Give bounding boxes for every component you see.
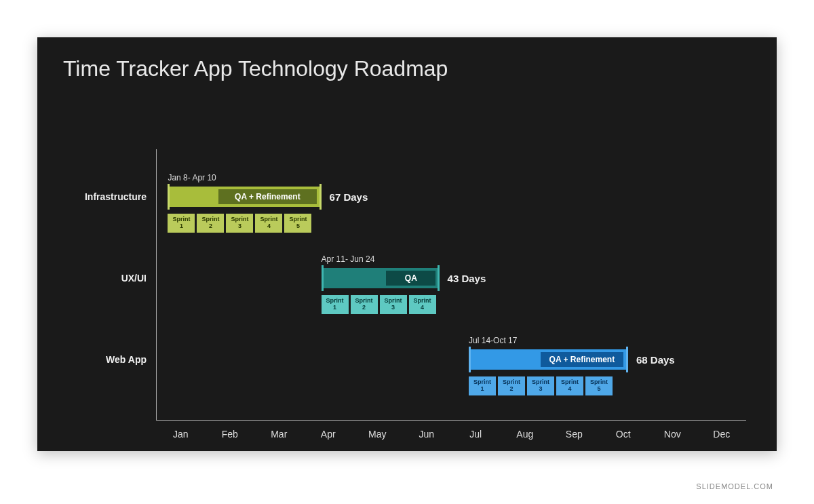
month-tick: Nov [664,429,681,440]
month-tick: Oct [616,429,631,440]
sprint-chip: Sprint4 [556,376,583,395]
sprint-row: Sprint1Sprint2Sprint3Sprint4Sprint5 [469,376,613,395]
slide-frame: Time Tracker App Technology Roadmap JanF… [37,37,777,451]
date-range-label: Jul 14-Oct 17 [469,336,517,345]
qa-segment: QA + Refinement [541,352,623,367]
sprint-chip: Sprint1 [168,214,195,233]
sprint-chip: Sprint5 [284,214,311,233]
month-tick: Jun [419,429,434,440]
sprint-chip: Sprint3 [527,376,554,395]
sprint-chip: Sprint4 [409,295,436,314]
sprint-row: Sprint1Sprint2Sprint3Sprint4Sprint5 [168,214,311,233]
month-tick: Dec [713,429,730,440]
qa-segment: QA + Refinement [218,189,317,204]
watermark: SLIDEMODEL.COM [696,482,773,490]
gantt-bar: Jan 8- Apr 10QA + Refinement67 DaysSprin… [168,187,321,207]
month-tick: May [368,429,386,440]
sprint-chip: Sprint3 [226,214,253,233]
sprint-chip: Sprint1 [322,295,349,314]
x-axis-line [156,420,746,421]
row-label: Infrastructure [85,191,156,202]
sprint-row: Sprint1Sprint2Sprint3Sprint4 [322,295,436,314]
row-label: Web App [106,354,156,365]
duration-label: 67 Days [330,191,368,203]
sprint-chip: Sprint2 [351,295,378,314]
month-tick: Jan [173,429,189,440]
phase-bar: QA + Refinement68 Days [469,349,628,370]
month-tick: Sep [566,429,583,440]
sprint-chip: Sprint2 [498,376,525,395]
sprint-chip: Sprint2 [197,214,224,233]
date-range-label: Apr 11- Jun 24 [322,254,375,264]
month-tick: Apr [321,429,336,440]
sprint-chip: Sprint4 [255,214,282,233]
date-range-label: Jan 8- Apr 10 [168,173,216,182]
month-tick: Mar [271,429,287,440]
month-tick: Feb [222,429,238,440]
slide-title: Time Tracker App Technology Roadmap [37,37,777,81]
gantt-chart: JanFebMarAprMayJunJulAugSepOctNovDecInfr… [156,149,746,421]
sprint-chip: Sprint1 [469,376,496,395]
month-tick: Aug [516,429,533,440]
row-label: UX/UI [121,273,156,284]
duration-label: 43 Days [448,273,486,284]
sprint-chip: Sprint5 [585,376,613,395]
y-axis-line [156,149,157,421]
qa-segment: QA [386,271,435,286]
phase-bar: QA43 Days [322,268,440,288]
sprint-chip: Sprint3 [380,295,407,314]
month-tick: Jul [469,429,482,440]
gantt-bar: Jul 14-Oct 17QA + Refinement68 DaysSprin… [469,349,628,370]
duration-label: 68 Days [636,354,675,366]
phase-bar: QA + Refinement67 Days [168,187,321,207]
gantt-bar: Apr 11- Jun 24QA43 DaysSprint1Sprint2Spr… [322,268,440,288]
